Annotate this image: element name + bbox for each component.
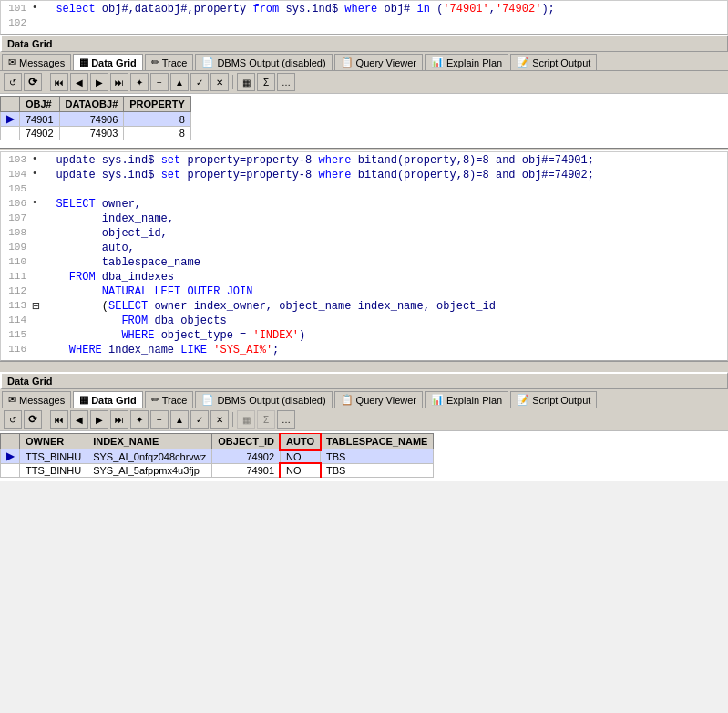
last-btn-b[interactable]: ⏭ (110, 410, 128, 429)
bottom-sql-editor: 103 • update sys.ind$ set property=prope… (0, 151, 728, 361)
insert-btn-b[interactable]: ✦ (130, 410, 149, 429)
sum-btn[interactable]: Σ (257, 73, 275, 91)
cell-tablespace: TBS (320, 464, 433, 478)
code-content: auto, (43, 242, 723, 254)
explainplan-icon: 📊 (431, 57, 444, 68)
top-toolbar: ↺ ⟳ ⏮ ◀ ▶ ⏭ ✦ − ▲ ✓ ✕ ▦ Σ … (0, 71, 728, 94)
sum-btn-b[interactable]: Σ (257, 410, 275, 429)
cancel-btn[interactable]: ✕ (210, 73, 229, 91)
tab-scriptoutput-top[interactable]: 📝 Script Output (510, 54, 597, 70)
code-content: update sys.ind$ set property=property-8 … (43, 169, 723, 181)
tab-scriptoutput-bottom[interactable]: 📝 Script Output (510, 391, 597, 408)
commit-btn[interactable]: ✓ (190, 73, 209, 91)
trace-icon-b: ✏ (151, 394, 159, 406)
code-content: select obj#,dataobj#,property from sys.i… (43, 3, 723, 16)
col-object-id[interactable]: OBJECT_ID (212, 434, 281, 450)
tab-datagrid-top[interactable]: ▦ Data Grid (73, 54, 143, 70)
last-btn[interactable]: ⏭ (110, 73, 128, 91)
table-row[interactable]: TTS_BINHU SYS_AI_5afppmx4u3fjp 74901 NO … (1, 464, 434, 478)
tab-queryviewer-top[interactable]: 📋 Query Viewer (334, 54, 423, 70)
up-btn[interactable]: ▲ (170, 73, 189, 91)
table-row[interactable]: 74902 74903 8 (1, 127, 191, 140)
line-number: 101 (5, 3, 32, 14)
tab-dbms-bottom[interactable]: 📄 DBMS Output (disabled) (195, 391, 332, 408)
col-owner[interactable]: OWNER (20, 434, 87, 450)
code-content: FROM dba_indexes (43, 271, 723, 284)
bottom-grid-table: OWNER INDEX_NAME OBJECT_ID AUTO TABLESPA… (0, 433, 434, 478)
cancel-btn-b[interactable]: ✕ (210, 410, 229, 429)
line-dot: ⊟ (32, 300, 43, 313)
explainplan-icon-b: 📊 (431, 394, 444, 406)
cell-obj: 74901 (20, 112, 60, 127)
more-btn[interactable]: … (277, 73, 295, 91)
first-btn[interactable]: ⏮ (50, 73, 68, 91)
queryviewer-icon-b: 📋 (341, 394, 354, 406)
cell-index-name: SYS_AI_5afppmx4u3fjp (87, 464, 212, 478)
code-line-105: 105 (1, 183, 727, 198)
col-auto[interactable]: AUTO (281, 434, 321, 450)
tab-datagrid-bottom[interactable]: ▦ Data Grid (73, 391, 143, 408)
top-data-grid: OBJ# DATAOBJ# PROPERTY ▶ 74901 74906 8 7… (0, 94, 728, 148)
line-dot: • (32, 154, 43, 164)
first-btn-b[interactable]: ⏮ (50, 410, 68, 429)
filter-btn-b[interactable]: ▦ (237, 410, 255, 429)
tab-explainplan-top[interactable]: 📊 Explain Plan (425, 54, 508, 70)
refresh2-btn-b[interactable]: ⟳ (24, 410, 42, 429)
code-line-109: 109 auto, (1, 242, 727, 256)
delete-btn[interactable]: − (150, 73, 169, 91)
tab-trace-bottom[interactable]: ✏ Trace (145, 391, 194, 408)
line-number: 103 (5, 154, 32, 165)
horizontal-scrollbar-top[interactable] (0, 361, 728, 372)
next-btn[interactable]: ▶ (90, 73, 108, 91)
code-line-103: 103 • update sys.ind$ set property=prope… (1, 154, 727, 169)
col-dataobj-top[interactable]: DATAOBJ# (59, 97, 124, 112)
table-row[interactable]: ▶ TTS_BINHU SYS_AI_0nfqz048chrvwz 74902 … (1, 450, 434, 464)
code-content: update sys.ind$ set property=property-8 … (43, 154, 723, 167)
table-row[interactable]: ▶ 74901 74906 8 (1, 112, 191, 127)
tab-dbms-top[interactable]: 📄 DBMS Output (disabled) (195, 54, 332, 70)
up-btn-b[interactable]: ▲ (170, 410, 189, 429)
prev-btn[interactable]: ◀ (70, 73, 88, 91)
messages-icon-b: ✉ (8, 394, 16, 406)
tab-queryviewer-bottom[interactable]: 📋 Query Viewer (334, 391, 423, 408)
refresh-btn[interactable]: ↺ (4, 73, 22, 91)
col-obj-top[interactable]: OBJ# (20, 97, 60, 112)
cell-tablespace: TBS (320, 450, 433, 464)
col-property-top[interactable]: PROPERTY (124, 97, 191, 112)
delete-btn-b[interactable]: − (150, 410, 169, 429)
col-tablespace[interactable]: TABLESPACE_NAME (320, 434, 433, 450)
col-index-name[interactable]: INDEX_NAME (87, 434, 212, 450)
code-content: tablespace_name (43, 256, 723, 269)
line-number: 107 (5, 212, 32, 223)
insert-btn[interactable]: ✦ (130, 73, 149, 91)
top-grid-table: OBJ# DATAOBJ# PROPERTY ▶ 74901 74906 8 7… (0, 96, 191, 140)
tab-messages-top[interactable]: ✉ Messages (2, 54, 71, 70)
row-indicator: ▶ (1, 112, 20, 127)
code-line-102: 102 (1, 17, 727, 32)
line-number: 113 (5, 300, 32, 311)
tab-messages-bottom[interactable]: ✉ Messages (2, 391, 71, 408)
line-number: 114 (5, 315, 32, 326)
line-number: 116 (5, 344, 32, 355)
more-btn-b[interactable]: … (277, 410, 295, 429)
code-line-112: 112 NATURAL LEFT OUTER JOIN (1, 285, 727, 300)
tab-trace-top[interactable]: ✏ Trace (145, 54, 194, 70)
code-line-110: 110 tablespace_name (1, 256, 727, 271)
top-tab-bar: ✉ Messages ▦ Data Grid ✏ Trace 📄 DBMS Ou… (0, 52, 728, 71)
refresh-btn-b[interactable]: ↺ (4, 410, 22, 429)
line-number: 108 (5, 227, 32, 238)
line-number: 111 (5, 271, 32, 282)
refresh2-btn[interactable]: ⟳ (24, 73, 42, 91)
cell-owner: TTS_BINHU (20, 450, 87, 464)
code-line-111: 111 FROM dba_indexes (1, 271, 727, 285)
messages-icon: ✉ (8, 57, 16, 68)
tab-explainplan-bottom[interactable]: 📊 Explain Plan (425, 391, 508, 408)
filter-btn[interactable]: ▦ (237, 73, 255, 91)
cell-property: 8 (124, 127, 191, 140)
next-btn-b[interactable]: ▶ (90, 410, 108, 429)
scriptoutput-icon-b: 📝 (517, 394, 529, 406)
code-line-115: 115 WHERE object_type = 'INDEX') (1, 329, 727, 344)
trace-icon: ✏ (151, 57, 159, 68)
commit-btn-b[interactable]: ✓ (190, 410, 209, 429)
prev-btn-b[interactable]: ◀ (70, 410, 88, 429)
